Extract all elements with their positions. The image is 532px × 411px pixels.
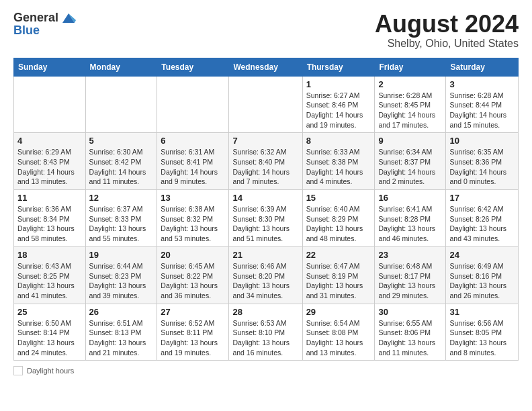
calendar-title: August 2024 [375, 11, 519, 38]
calendar-cell: 10Sunrise: 6:35 AM Sunset: 8:36 PM Dayli… [446, 133, 519, 190]
calendar-cell [85, 76, 157, 133]
day-number: 1 [306, 79, 371, 89]
weekday-header-sunday: Sunday [14, 58, 86, 76]
day-info: Sunrise: 6:52 AM Sunset: 8:11 PM Dayligh… [161, 318, 225, 358]
calendar-cell: 14Sunrise: 6:39 AM Sunset: 8:30 PM Dayli… [229, 190, 302, 247]
day-info: Sunrise: 6:35 AM Sunset: 8:36 PM Dayligh… [449, 147, 515, 187]
calendar-cell: 24Sunrise: 6:49 AM Sunset: 8:16 PM Dayli… [446, 246, 519, 304]
day-info: Sunrise: 6:30 AM Sunset: 8:42 PM Dayligh… [89, 147, 154, 187]
calendar-cell: 9Sunrise: 6:34 AM Sunset: 8:37 PM Daylig… [375, 133, 446, 190]
day-number: 16 [378, 193, 442, 203]
week-row-1: 1Sunrise: 6:27 AM Sunset: 8:46 PM Daylig… [14, 76, 519, 133]
calendar-cell: 11Sunrise: 6:36 AM Sunset: 8:34 PM Dayli… [14, 190, 86, 247]
calendar-cell: 19Sunrise: 6:44 AM Sunset: 8:23 PM Dayli… [85, 246, 157, 304]
day-info: Sunrise: 6:34 AM Sunset: 8:37 PM Dayligh… [378, 147, 442, 187]
day-info: Sunrise: 6:36 AM Sunset: 8:34 PM Dayligh… [17, 204, 82, 244]
day-number: 3 [449, 79, 515, 89]
day-info: Sunrise: 6:46 AM Sunset: 8:20 PM Dayligh… [232, 261, 298, 301]
calendar-cell: 21Sunrise: 6:46 AM Sunset: 8:20 PM Dayli… [229, 246, 302, 304]
day-info: Sunrise: 6:43 AM Sunset: 8:25 PM Dayligh… [17, 261, 82, 301]
day-info: Sunrise: 6:56 AM Sunset: 8:05 PM Dayligh… [449, 318, 515, 358]
title-area: August 2024 Shelby, Ohio, United States [375, 11, 519, 50]
logo-blue-text: Blue [13, 24, 40, 37]
logo-icon [61, 11, 76, 26]
week-row-4: 18Sunrise: 6:43 AM Sunset: 8:25 PM Dayli… [14, 246, 519, 304]
day-number: 29 [306, 307, 371, 317]
logo: General Blue [13, 11, 76, 38]
day-info: Sunrise: 6:55 AM Sunset: 8:06 PM Dayligh… [378, 318, 442, 358]
day-info: Sunrise: 6:38 AM Sunset: 8:32 PM Dayligh… [161, 204, 225, 244]
calendar-cell: 26Sunrise: 6:51 AM Sunset: 8:13 PM Dayli… [85, 304, 157, 361]
week-row-2: 4Sunrise: 6:29 AM Sunset: 8:43 PM Daylig… [14, 133, 519, 190]
calendar-cell [157, 76, 229, 133]
calendar-cell [14, 76, 86, 133]
calendar-cell: 13Sunrise: 6:38 AM Sunset: 8:32 PM Dayli… [157, 190, 229, 247]
calendar-cell: 5Sunrise: 6:30 AM Sunset: 8:42 PM Daylig… [85, 133, 157, 190]
day-info: Sunrise: 6:48 AM Sunset: 8:17 PM Dayligh… [378, 261, 442, 301]
day-number: 9 [378, 136, 442, 146]
day-info: Sunrise: 6:47 AM Sunset: 8:19 PM Dayligh… [306, 261, 371, 301]
day-info: Sunrise: 6:39 AM Sunset: 8:30 PM Dayligh… [232, 204, 298, 244]
weekday-header-tuesday: Tuesday [157, 58, 229, 76]
day-number: 30 [378, 307, 442, 317]
calendar-cell: 8Sunrise: 6:33 AM Sunset: 8:38 PM Daylig… [302, 133, 375, 190]
logo-general-text: General [13, 11, 58, 25]
daylight-box [13, 366, 23, 375]
calendar-cell: 25Sunrise: 6:50 AM Sunset: 8:14 PM Dayli… [14, 304, 86, 361]
weekday-header-friday: Friday [375, 58, 446, 76]
calendar-cell: 16Sunrise: 6:41 AM Sunset: 8:28 PM Dayli… [375, 190, 446, 247]
calendar-cell: 31Sunrise: 6:56 AM Sunset: 8:05 PM Dayli… [446, 304, 519, 361]
calendar-cell: 28Sunrise: 6:53 AM Sunset: 8:10 PM Dayli… [229, 304, 302, 361]
day-info: Sunrise: 6:31 AM Sunset: 8:41 PM Dayligh… [161, 147, 225, 187]
weekday-header-thursday: Thursday [302, 58, 375, 76]
day-number: 10 [449, 136, 515, 146]
day-number: 31 [449, 307, 515, 317]
day-info: Sunrise: 6:45 AM Sunset: 8:22 PM Dayligh… [161, 261, 225, 301]
day-info: Sunrise: 6:53 AM Sunset: 8:10 PM Dayligh… [232, 318, 298, 358]
day-number: 13 [161, 193, 225, 203]
day-number: 17 [449, 193, 515, 203]
weekday-header-row: SundayMondayTuesdayWednesdayThursdayFrid… [14, 58, 519, 76]
day-number: 14 [232, 193, 298, 203]
day-number: 15 [306, 193, 371, 203]
weekday-header-saturday: Saturday [446, 58, 519, 76]
calendar-cell: 17Sunrise: 6:42 AM Sunset: 8:26 PM Dayli… [446, 190, 519, 247]
day-info: Sunrise: 6:51 AM Sunset: 8:13 PM Dayligh… [89, 318, 154, 358]
calendar-cell: 23Sunrise: 6:48 AM Sunset: 8:17 PM Dayli… [375, 246, 446, 304]
calendar-cell: 22Sunrise: 6:47 AM Sunset: 8:19 PM Dayli… [302, 246, 375, 304]
day-number: 18 [17, 250, 82, 260]
calendar-cell: 15Sunrise: 6:40 AM Sunset: 8:29 PM Dayli… [302, 190, 375, 247]
day-number: 23 [378, 250, 442, 260]
day-info: Sunrise: 6:33 AM Sunset: 8:38 PM Dayligh… [306, 147, 371, 187]
day-number: 22 [306, 250, 371, 260]
footer-note: Daylight hours [13, 366, 519, 375]
day-number: 20 [161, 250, 225, 260]
day-number: 4 [17, 136, 82, 146]
day-info: Sunrise: 6:41 AM Sunset: 8:28 PM Dayligh… [378, 204, 442, 244]
day-number: 21 [232, 250, 298, 260]
page-header: General Blue August 2024 Shelby, Ohio, U… [13, 11, 519, 50]
day-number: 25 [17, 307, 82, 317]
day-number: 28 [232, 307, 298, 317]
day-info: Sunrise: 6:42 AM Sunset: 8:26 PM Dayligh… [449, 204, 515, 244]
calendar-cell: 7Sunrise: 6:32 AM Sunset: 8:40 PM Daylig… [229, 133, 302, 190]
day-info: Sunrise: 6:40 AM Sunset: 8:29 PM Dayligh… [306, 204, 371, 244]
calendar-subtitle: Shelby, Ohio, United States [375, 38, 519, 50]
day-info: Sunrise: 6:49 AM Sunset: 8:16 PM Dayligh… [449, 261, 515, 301]
calendar-cell: 6Sunrise: 6:31 AM Sunset: 8:41 PM Daylig… [157, 133, 229, 190]
calendar-cell: 4Sunrise: 6:29 AM Sunset: 8:43 PM Daylig… [14, 133, 86, 190]
day-number: 27 [161, 307, 225, 317]
day-info: Sunrise: 6:27 AM Sunset: 8:46 PM Dayligh… [306, 91, 371, 130]
calendar-cell: 3Sunrise: 6:28 AM Sunset: 8:44 PM Daylig… [446, 76, 519, 133]
calendar-cell: 12Sunrise: 6:37 AM Sunset: 8:33 PM Dayli… [85, 190, 157, 247]
calendar-cell: 29Sunrise: 6:54 AM Sunset: 8:08 PM Dayli… [302, 304, 375, 361]
day-info: Sunrise: 6:37 AM Sunset: 8:33 PM Dayligh… [89, 204, 154, 244]
day-number: 2 [378, 79, 442, 89]
day-number: 19 [89, 250, 154, 260]
day-number: 7 [232, 136, 298, 146]
day-number: 8 [306, 136, 371, 146]
weekday-header-wednesday: Wednesday [229, 58, 302, 76]
day-info: Sunrise: 6:44 AM Sunset: 8:23 PM Dayligh… [89, 261, 154, 301]
day-info: Sunrise: 6:28 AM Sunset: 8:45 PM Dayligh… [378, 91, 442, 130]
day-number: 6 [161, 136, 225, 146]
